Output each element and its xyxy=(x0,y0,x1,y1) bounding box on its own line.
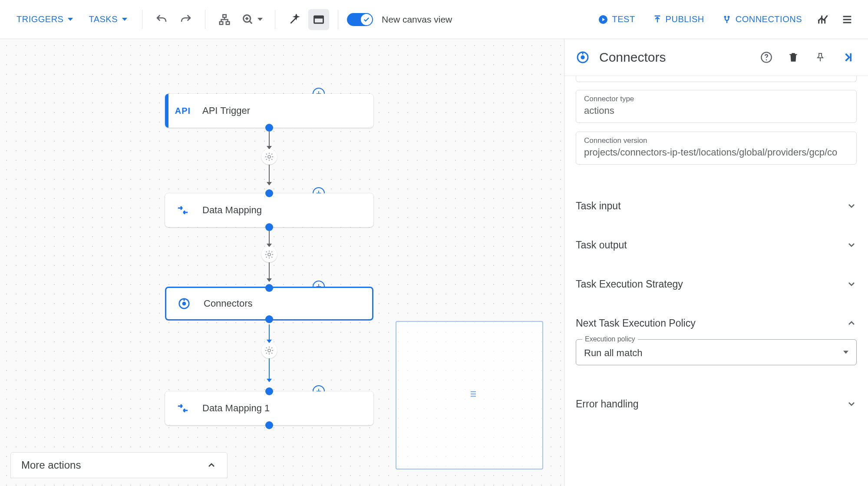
node-port-bottom[interactable] xyxy=(265,223,273,231)
svg-point-5 xyxy=(268,253,271,256)
edge xyxy=(269,231,270,247)
test-button[interactable]: TEST xyxy=(591,10,642,29)
connections-icon xyxy=(722,14,732,25)
edge xyxy=(269,132,270,149)
toolbar: TRIGGERS TASKS New canvas view TEST xyxy=(0,0,868,39)
separator xyxy=(338,10,338,29)
svg-point-7 xyxy=(182,302,186,306)
node-port-bottom[interactable] xyxy=(265,315,273,323)
canvas-view-button[interactable] xyxy=(308,9,329,30)
gear-icon xyxy=(264,152,274,162)
edge xyxy=(269,262,270,281)
node-port-top[interactable] xyxy=(265,189,273,197)
section-task-input[interactable]: Task input xyxy=(576,186,857,225)
svg-point-4 xyxy=(268,155,271,158)
help-icon xyxy=(760,51,772,63)
triggers-label: TRIGGERS xyxy=(17,14,63,24)
edge-settings-button[interactable] xyxy=(261,343,277,358)
undo-button[interactable] xyxy=(151,9,172,30)
undo-icon xyxy=(155,13,168,26)
node-label: Data Mapping xyxy=(202,205,262,216)
analytics-icon xyxy=(817,13,829,26)
section-task-output[interactable]: Task output xyxy=(576,225,857,264)
execution-policy-select[interactable]: Execution policy Run all match xyxy=(576,339,857,365)
collapse-panel-button[interactable] xyxy=(838,48,857,67)
node-port-top[interactable] xyxy=(265,387,273,395)
node-port-top[interactable] xyxy=(265,284,273,292)
collapse-right-icon xyxy=(841,51,853,63)
node-api-trigger[interactable]: API API Trigger xyxy=(165,94,373,128)
connector-icon xyxy=(177,297,191,310)
canvas-view-toggle[interactable] xyxy=(347,13,373,26)
section-error-handling[interactable]: Error handling xyxy=(576,384,857,423)
separator xyxy=(142,10,142,29)
chevron-down-icon xyxy=(846,279,857,289)
node-label: Connectors xyxy=(204,298,253,309)
minimap-node-icon xyxy=(469,390,477,398)
node-port-bottom[interactable] xyxy=(265,124,273,132)
separator xyxy=(205,10,205,29)
node-connectors[interactable]: Connectors xyxy=(165,287,373,321)
menu-button[interactable] xyxy=(837,9,858,30)
chevron-down-icon xyxy=(846,201,857,211)
caret-down-icon xyxy=(122,18,127,21)
field-value: projects/connectors-ip-test/locations/gl… xyxy=(584,147,848,158)
canvas[interactable]: + API API Trigger + Data Mapping + xyxy=(0,39,564,486)
chevron-up-icon xyxy=(206,460,217,470)
redo-button[interactable] xyxy=(175,9,196,30)
separator xyxy=(275,10,275,29)
more-actions-panel[interactable]: More actions xyxy=(10,452,228,478)
select-label: Execution policy xyxy=(582,335,638,343)
triggers-dropdown[interactable]: TRIGGERS xyxy=(10,10,79,29)
node-label: Data Mapping 1 xyxy=(202,403,270,414)
connection-version-field[interactable]: Connection version projects/connectors-i… xyxy=(576,132,857,165)
edge-settings-button[interactable] xyxy=(261,149,277,165)
edge xyxy=(269,358,270,382)
select-value: Run all match xyxy=(584,347,643,358)
magic-wand-button[interactable] xyxy=(284,9,305,30)
caret-down-icon xyxy=(257,18,263,21)
node-data-mapping[interactable]: Data Mapping xyxy=(165,193,373,227)
tasks-label: TASKS xyxy=(89,14,118,24)
play-circle-icon xyxy=(598,14,608,25)
pin-icon xyxy=(815,52,825,63)
minimap[interactable] xyxy=(396,321,543,469)
field-label: Connection version xyxy=(584,136,848,145)
connections-button[interactable]: CONNECTIONS xyxy=(715,10,809,29)
redo-icon xyxy=(179,13,192,26)
trash-icon xyxy=(788,52,799,63)
svg-point-10 xyxy=(581,55,584,59)
chevron-down-icon xyxy=(846,240,857,250)
svg-rect-2 xyxy=(314,16,323,18)
more-actions-label: More actions xyxy=(21,459,81,471)
menu-icon xyxy=(841,13,853,26)
pin-button[interactable] xyxy=(811,48,830,67)
node-port-bottom[interactable] xyxy=(265,421,273,429)
field-partial xyxy=(576,76,857,82)
chevron-up-icon xyxy=(846,318,857,328)
chevron-down-icon xyxy=(846,399,857,409)
section-task-exec-strategy[interactable]: Task Execution Strategy xyxy=(576,264,857,304)
edge-settings-button[interactable] xyxy=(261,247,277,262)
check-icon xyxy=(363,16,370,23)
caret-down-icon xyxy=(843,351,848,354)
canvas-view-icon xyxy=(313,13,325,26)
caret-down-icon xyxy=(68,18,73,21)
gear-icon xyxy=(264,346,274,355)
help-button[interactable] xyxy=(757,48,776,67)
panel-title: Connectors xyxy=(599,50,666,65)
connector-type-field[interactable]: Connector type actions xyxy=(576,90,857,123)
delete-button[interactable] xyxy=(784,48,803,67)
panel-header: Connectors xyxy=(576,39,857,76)
node-label: API Trigger xyxy=(202,105,250,116)
node-data-mapping-1[interactable]: Data Mapping 1 xyxy=(165,391,373,425)
toggle-knob xyxy=(361,14,372,25)
toggle-label: New canvas view xyxy=(382,14,452,25)
layout-button[interactable] xyxy=(214,9,235,30)
tasks-dropdown[interactable]: TASKS xyxy=(83,10,133,29)
analytics-button[interactable] xyxy=(812,9,833,30)
publish-button[interactable]: PUBLISH xyxy=(646,10,711,29)
zoom-icon xyxy=(242,13,254,26)
data-mapping-icon xyxy=(175,204,190,217)
zoom-dropdown[interactable] xyxy=(238,9,266,30)
